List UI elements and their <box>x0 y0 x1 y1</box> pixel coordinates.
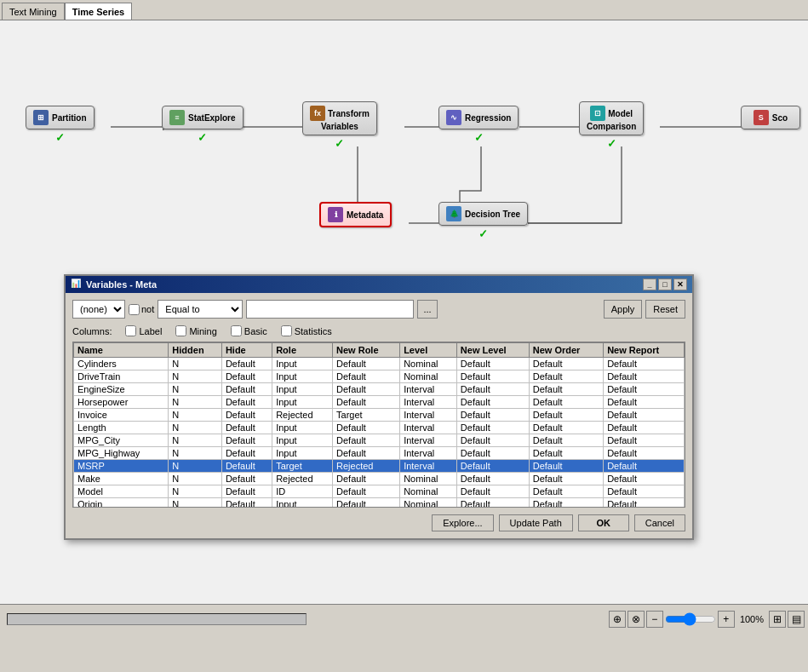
label-checkbox-label: Label <box>125 325 162 336</box>
statistics-checkbox-label: Statistics <box>281 325 332 336</box>
tab-text-mining[interactable]: Text Mining <box>2 3 65 20</box>
horizontal-scrollbar[interactable] <box>7 613 307 625</box>
table-row[interactable]: OriginNDefaultInputDefaultNominalDefault… <box>74 498 685 508</box>
tab-bar: Text Mining Time Series <box>0 0 808 20</box>
canvas-area: ⊞ Partition ✓ ≡ StatExplore ✓ fx Transfo… <box>0 20 808 634</box>
decision-icon: 🌲 <box>446 206 461 221</box>
node-regression[interactable]: ∿ Regression ✓ <box>438 106 519 144</box>
node-decision-tree[interactable]: 🌲 Decision Tree ✓ <box>438 202 528 240</box>
basic-checkbox[interactable] <box>231 325 242 336</box>
mining-checkbox[interactable] <box>175 325 186 336</box>
bottom-bar: ⊕ ⊗ − + 100% ⊞ ▤ <box>0 604 808 634</box>
fit-page-btn[interactable]: ⊞ <box>769 611 786 628</box>
node-metadata-label: Metadata <box>347 210 383 220</box>
node-metadata[interactable]: ℹ Metadata <box>319 202 392 227</box>
table-row[interactable]: MSRPNDefaultTargetRejectedIntervalDefaul… <box>74 460 685 473</box>
node-score[interactable]: S Sco <box>741 106 800 129</box>
statexplore-check: ✓ <box>198 131 207 144</box>
table-row[interactable]: LengthNDefaultInputDefaultIntervalDefaul… <box>74 422 685 434</box>
col-role: Role <box>272 343 333 358</box>
filter-dropdown[interactable]: (none) <box>72 300 125 319</box>
col-level: Level <box>400 343 457 358</box>
dialog-minimize-btn[interactable]: _ <box>643 279 656 290</box>
transform-check: ✓ <box>335 137 344 150</box>
not-checkbox[interactable] <box>129 304 140 315</box>
table-row[interactable]: MakeNDefaultRejectedDefaultNominalDefaul… <box>74 473 685 485</box>
node-regression-label: Regression <box>465 113 511 123</box>
filter-apply-btn[interactable]: Apply <box>604 300 643 319</box>
basic-checkbox-label: Basic <box>231 325 267 336</box>
col-hide: Hide <box>221 343 272 358</box>
not-checkbox-label: not <box>129 304 154 315</box>
col-new-order: New Order <box>529 343 603 358</box>
regression-check: ✓ <box>474 131 484 144</box>
navigate-btn-2[interactable]: ⊗ <box>627 611 645 628</box>
filter-browse-btn[interactable]: ... <box>417 300 437 319</box>
node-score-label: Sco <box>772 113 788 123</box>
update-path-btn[interactable]: Update Path <box>499 514 573 531</box>
dialog-buttons: Explore... Update Path OK Cancel <box>72 514 685 531</box>
model-icon: ⊡ <box>590 106 605 121</box>
mining-checkbox-label: Mining <box>175 325 216 336</box>
zoom-in-btn[interactable]: + <box>718 611 735 628</box>
dialog-close-btn[interactable]: ✕ <box>673 279 687 290</box>
variables-table-container: Name Hidden Hide Role New Role Level New… <box>72 342 685 508</box>
dialog-title-text: Variables - Meta <box>86 279 157 290</box>
regression-icon: ∿ <box>446 110 461 125</box>
col-hidden: Hidden <box>169 343 222 358</box>
score-icon: S <box>754 110 769 125</box>
navigate-btn-1[interactable]: ⊕ <box>609 611 626 628</box>
decision-check: ✓ <box>478 227 488 240</box>
condition-dropdown[interactable]: Equal to <box>158 300 243 319</box>
col-new-level: New Level <box>456 343 529 358</box>
node-transform-label: Transform <box>328 109 370 118</box>
node-model-comparison[interactable]: ⊡ Model Comparison ✓ <box>579 101 644 150</box>
cancel-btn[interactable]: Cancel <box>634 514 685 531</box>
node-model-label: Model <box>608 109 633 118</box>
dialog-titlebar: 📊 Variables - Meta _ □ ✕ <box>66 276 692 293</box>
table-row[interactable]: HorsepowerNDefaultInputDefaultIntervalDe… <box>74 396 685 409</box>
node-transform[interactable]: fx Transform Variables ✓ <box>302 101 377 150</box>
dialog-maximize-btn[interactable]: □ <box>658 279 672 290</box>
table-header-row: Name Hidden Hide Role New Role Level New… <box>74 343 685 358</box>
statistics-checkbox[interactable] <box>281 325 292 336</box>
zoom-controls: ⊕ ⊗ − + 100% ⊞ ▤ <box>609 611 805 628</box>
col-new-report: New Report <box>604 343 685 358</box>
table-row[interactable]: CylindersNDefaultInputDefaultNominalDefa… <box>74 358 685 370</box>
metadata-icon: ℹ <box>328 207 343 222</box>
ok-btn[interactable]: OK <box>578 514 629 531</box>
explore-btn[interactable]: Explore... <box>432 514 493 531</box>
model-check: ✓ <box>607 137 616 150</box>
variables-table: Name Hidden Hide Role New Role Level New… <box>73 342 685 508</box>
node-statexplore-label: StatExplore <box>188 113 236 123</box>
dialog-title-icon: 📊 <box>71 279 83 290</box>
statexplore-icon: ≡ <box>169 110 185 125</box>
zoom-level: 100% <box>736 614 767 624</box>
partition-check: ✓ <box>55 131 65 144</box>
table-row[interactable]: EngineSizeNDefaultInputDefaultIntervalDe… <box>74 383 685 396</box>
node-partition[interactable]: ⊞ Partition ✓ <box>26 106 95 144</box>
filter-row: (none) not Equal to ... Apply Reset <box>72 300 685 319</box>
tab-time-series[interactable]: Time Series <box>65 3 133 20</box>
table-row[interactable]: MPG_HighwayNDefaultInputDefaultIntervalD… <box>74 447 685 460</box>
col-name: Name <box>74 343 169 358</box>
node-statexplore[interactable]: ≡ StatExplore ✓ <box>162 106 244 144</box>
table-row[interactable]: InvoiceNDefaultRejectedTargetIntervalDef… <box>74 409 685 422</box>
filter-reset-btn[interactable]: Reset <box>645 300 685 319</box>
col-new-role: New Role <box>333 343 400 358</box>
label-checkbox[interactable] <box>125 325 136 336</box>
table-row[interactable]: MPG_CityNDefaultInputDefaultIntervalDefa… <box>74 434 685 447</box>
columns-row: Columns: Label Mining Basic Statistics <box>72 325 685 336</box>
zoom-slider[interactable] <box>665 613 716 625</box>
partition-icon: ⊞ <box>33 110 49 125</box>
columns-label: Columns: <box>72 326 112 336</box>
variables-dialog: 📊 Variables - Meta _ □ ✕ (none) not <box>64 274 694 540</box>
table-row[interactable]: ModelNDefaultIDDefaultNominalDefaultDefa… <box>74 485 685 498</box>
zoom-out-btn[interactable]: − <box>646 611 663 628</box>
view-btn[interactable]: ▤ <box>788 611 805 628</box>
node-partition-label: Partition <box>52 113 87 123</box>
transform-icon: fx <box>310 106 325 121</box>
filter-text-input[interactable] <box>246 300 414 319</box>
table-row[interactable]: DriveTrainNDefaultInputDefaultNominalDef… <box>74 370 685 383</box>
node-decision-label: Decision Tree <box>465 210 520 219</box>
